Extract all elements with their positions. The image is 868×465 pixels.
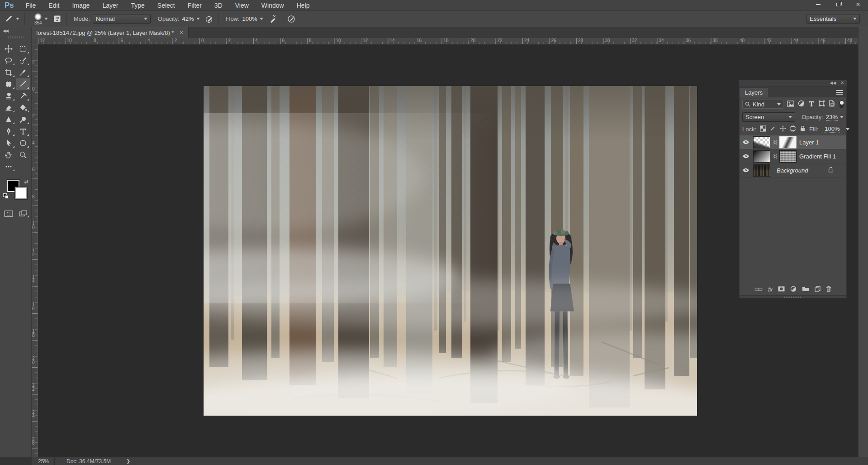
tool-quick-selection[interactable] — [16, 55, 30, 67]
tool-history-brush[interactable] — [16, 90, 30, 102]
lock-artboard-icon[interactable] — [790, 125, 796, 133]
pressure-opacity-button[interactable] — [204, 13, 215, 25]
tool-blur[interactable] — [1, 114, 16, 125]
menu-select[interactable]: Select — [151, 0, 181, 11]
layer-opacity-caret-icon[interactable] — [840, 116, 844, 118]
layer-opacity-value[interactable]: 23% — [826, 114, 838, 121]
fill-caret-icon[interactable] — [846, 128, 849, 130]
tool-eyedropper[interactable] — [16, 67, 30, 78]
background-color-swatch[interactable] — [15, 187, 27, 199]
status-options-arrow-icon[interactable]: ❯ — [123, 458, 134, 464]
menu-filter[interactable]: Filter — [181, 0, 208, 11]
menu-window[interactable]: Window — [255, 0, 290, 11]
filter-shape-layers-icon[interactable] — [818, 100, 825, 108]
screen-mode-button[interactable] — [16, 209, 30, 219]
tool-lasso[interactable] — [1, 55, 16, 67]
layer-row-layer1[interactable]: ⛓ Layer 1 — [740, 135, 846, 149]
panel-menu-icon[interactable] — [836, 89, 843, 96]
new-group-icon[interactable] — [802, 286, 809, 293]
visibility-eye-icon[interactable] — [741, 140, 750, 144]
document-tab[interactable]: forest-1851472.jpg @ 25% (Layer 1, Layer… — [32, 27, 189, 38]
tool-zoom[interactable] — [16, 149, 30, 161]
filter-type-layers-icon[interactable] — [808, 101, 815, 108]
add-layer-mask-icon[interactable] — [778, 286, 785, 293]
layer-mask-thumbnail[interactable] — [779, 150, 797, 163]
menu-3d[interactable]: 3D — [208, 0, 229, 11]
layer-name[interactable]: Layer 1 — [799, 139, 819, 146]
filter-adjustment-layers-icon[interactable] — [798, 100, 805, 108]
tool-dodge[interactable] — [16, 114, 30, 125]
close-panel-icon[interactable]: ✕ — [840, 81, 844, 85]
layers-empty-area[interactable] — [740, 177, 846, 284]
filter-toggle-switch[interactable] — [840, 101, 844, 108]
ruler-corner[interactable] — [32, 38, 38, 44]
tab-close-icon[interactable]: ✕ — [179, 30, 183, 36]
tool-clone-stamp[interactable] — [1, 90, 16, 102]
horizontal-ruler[interactable]: 1210864202468101214161820222426283032343… — [38, 38, 858, 44]
tool-paint-bucket[interactable] — [16, 102, 30, 114]
tool-crop[interactable] — [1, 67, 16, 78]
document-canvas[interactable] — [204, 86, 697, 416]
menu-image[interactable]: Image — [66, 0, 96, 11]
toolbar-grip[interactable] — [8, 36, 24, 38]
workspace-dropdown[interactable]: Essentials — [806, 14, 860, 24]
new-adjustment-layer-icon[interactable] — [790, 286, 797, 293]
opacity-value[interactable]: 42% — [182, 15, 194, 22]
lock-all-icon[interactable] — [800, 125, 806, 133]
panel-resize-grip[interactable] — [739, 295, 847, 298]
visibility-eye-icon[interactable] — [741, 168, 750, 173]
delete-layer-icon[interactable] — [826, 286, 831, 293]
layer-name[interactable]: Background — [777, 167, 808, 174]
close-button[interactable]: ✕ — [848, 0, 868, 9]
tool-hand[interactable] — [1, 149, 16, 161]
filter-smart-objects-icon[interactable] — [829, 100, 835, 108]
menu-file[interactable]: File — [19, 0, 43, 11]
brush-settings-picker[interactable]: 354 — [34, 13, 42, 25]
tool-rectangular-marquee[interactable] — [16, 43, 30, 55]
layer-thumbnail[interactable] — [753, 136, 770, 149]
tool-pen[interactable] — [1, 125, 16, 137]
tool-ellipse[interactable] — [16, 137, 30, 149]
filter-kind-dropdown[interactable]: Kind — [742, 100, 783, 109]
fill-value[interactable]: 100% — [825, 125, 840, 133]
blend-mode-dropdown[interactable]: Normal — [93, 14, 151, 24]
link-layers-icon[interactable] — [754, 286, 763, 293]
swap-colors-icon[interactable]: ⇄ — [24, 179, 28, 185]
layer-name[interactable]: Gradient Fill 1 — [799, 153, 836, 160]
tool-brush[interactable] — [16, 78, 30, 90]
menu-view[interactable]: View — [229, 0, 255, 11]
toggle-brush-panel-button[interactable] — [52, 13, 63, 25]
layer-row-background[interactable]: Background — [740, 163, 846, 177]
menu-layer[interactable]: Layer — [96, 0, 124, 11]
layer-blend-mode-dropdown[interactable]: Screen — [742, 112, 795, 122]
layer-thumbnail[interactable] — [753, 164, 770, 177]
default-colors-icon[interactable] — [3, 193, 9, 199]
airbrush-button[interactable] — [267, 13, 279, 25]
tool-type[interactable] — [16, 125, 30, 137]
quick-mask-button[interactable] — [1, 209, 16, 219]
collapse-panels-icon[interactable]: ◀◀ — [830, 81, 836, 85]
lock-transparent-pixels-icon[interactable] — [760, 125, 766, 133]
layer-mask-thumbnail[interactable] — [779, 136, 797, 149]
tab-layers[interactable]: Layers — [740, 88, 768, 97]
menu-type[interactable]: Type — [124, 0, 151, 11]
layer-row-gradient-fill[interactable]: ⛓ Gradient Fill 1 — [740, 149, 846, 163]
menu-edit[interactable]: Edit — [42, 0, 66, 11]
tool-edit-toolbar[interactable] — [1, 161, 16, 173]
tool-spot-healing-brush[interactable] — [1, 78, 16, 90]
lock-image-pixels-icon[interactable] — [770, 125, 776, 133]
new-layer-icon[interactable] — [815, 286, 821, 293]
pressure-size-button[interactable] — [285, 13, 297, 25]
filter-pixel-layers-icon[interactable] — [787, 101, 794, 108]
restore-button[interactable] — [828, 0, 848, 9]
visibility-eye-icon[interactable] — [741, 154, 750, 158]
canvas-pasteboard[interactable] — [38, 44, 858, 457]
tool-move[interactable] — [1, 43, 16, 55]
minimize-button[interactable] — [808, 0, 828, 9]
vertical-ruler[interactable]: 2024681 01 21 41 61 82 02 22 42 6 — [32, 44, 38, 457]
lock-position-icon[interactable] — [780, 125, 786, 133]
opacity-caret-icon[interactable] — [196, 18, 200, 20]
menu-help[interactable]: Help — [290, 0, 316, 11]
zoom-level-field[interactable]: 25% — [32, 458, 54, 465]
flow-caret-icon[interactable] — [260, 18, 263, 20]
